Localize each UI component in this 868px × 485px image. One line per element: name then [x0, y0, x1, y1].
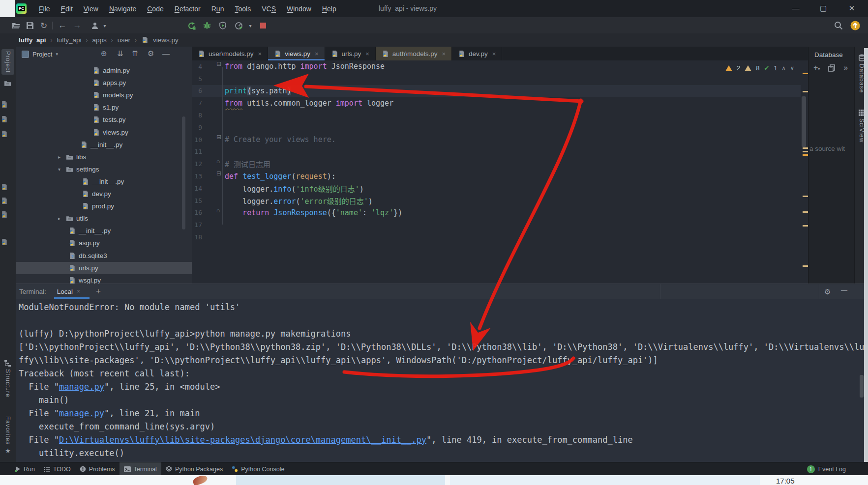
add-data-source-icon[interactable]: +▾: [813, 63, 820, 72]
open-folder-icon[interactable]: [11, 20, 22, 31]
tree-item-dev-py[interactable]: dev.py: [16, 188, 111, 200]
tree-item-tests-py[interactable]: tests.py: [16, 114, 126, 126]
menu-tools[interactable]: Tools: [230, 3, 255, 15]
tree-item-utils[interactable]: ▸utils: [16, 212, 88, 225]
sync-icon[interactable]: ↻: [38, 20, 49, 31]
menu-navigate[interactable]: Navigate: [105, 3, 141, 15]
tree-item--init-py[interactable]: __init__.py: [16, 175, 124, 188]
profiler-icon[interactable]: [233, 20, 244, 31]
window-maximize-button[interactable]: ▢: [812, 0, 834, 16]
tab-close-icon[interactable]: ×: [258, 50, 262, 57]
menu-refactor[interactable]: Refactor: [170, 3, 205, 15]
menu-file[interactable]: File: [34, 3, 55, 15]
forward-icon[interactable]: →: [72, 20, 83, 31]
terminal-tab-close-icon[interactable]: ×: [77, 288, 80, 295]
file-link[interactable]: manage.py: [59, 382, 104, 392]
expand-arrow-icon[interactable]: ▸: [58, 154, 63, 160]
tree-item-apps-py[interactable]: apps.py: [16, 77, 126, 89]
collapse-arrow-icon[interactable]: ▾: [58, 167, 63, 172]
more-actions-icon[interactable]: »: [843, 63, 848, 72]
locate-file-icon[interactable]: ⊕: [101, 49, 107, 58]
tree-item-views-py[interactable]: views.py: [16, 126, 128, 139]
user-icon[interactable]: [90, 20, 100, 31]
code-editor[interactable]: 4⊟from django.http import JsonResponse56…: [192, 60, 808, 284]
tab-close-icon[interactable]: ×: [492, 50, 496, 57]
run-with-coverage-icon[interactable]: [217, 20, 228, 31]
tool-button-favorites[interactable]: Favorites ★: [1, 416, 14, 455]
debug-icon[interactable]: [202, 20, 212, 31]
editor-tab-user-models-py[interactable]: user\models.py×: [192, 47, 268, 60]
hide-panel-icon[interactable]: —: [162, 49, 170, 57]
project-tree-scrollbar[interactable]: [182, 116, 185, 229]
tree-item-asgi-py[interactable]: asgi.py: [16, 237, 100, 249]
terminal-hide-icon[interactable]: —: [841, 286, 847, 294]
expand-arrow-icon[interactable]: ▸: [58, 216, 63, 221]
tree-item--init-py[interactable]: __init__.py: [16, 139, 122, 151]
breadcrumb-item[interactable]: user: [118, 36, 130, 44]
inspection-widget[interactable]: 2 8 ✔ 1 ∧ ∨: [725, 64, 794, 72]
fold-marker-icon[interactable]: ⊟: [216, 170, 221, 177]
statusbar-item-run[interactable]: Run: [10, 462, 39, 476]
back-icon[interactable]: ←: [57, 20, 68, 31]
terminal-scrollbar[interactable]: [860, 375, 864, 398]
expand-all-icon[interactable]: ⇊: [117, 49, 123, 58]
event-log-button[interactable]: 1 Event Log: [807, 462, 846, 476]
menu-code[interactable]: Code: [143, 3, 168, 15]
tab-close-icon[interactable]: ×: [365, 50, 369, 57]
tree-item--init-py[interactable]: __init__.py: [16, 225, 111, 237]
tab-close-icon[interactable]: ×: [315, 50, 319, 57]
breadcrumb-item[interactable]: luffy_api: [57, 36, 82, 44]
terminal-tab-local[interactable]: Local ×: [57, 284, 82, 299]
tool-button-structure[interactable]: Structure: [1, 360, 14, 398]
next-problem-chevron-icon[interactable]: ∨: [790, 65, 794, 71]
menu-view[interactable]: View: [79, 3, 103, 15]
panel-settings-gear-icon[interactable]: ⚙: [148, 49, 154, 58]
menu-run[interactable]: Run: [207, 3, 229, 15]
editor-tab-auth-models-py[interactable]: auth\models.py×: [376, 47, 452, 60]
window-minimize-button[interactable]: —: [785, 0, 807, 16]
menu-edit[interactable]: Edit: [57, 3, 77, 15]
collapse-all-icon[interactable]: ⇈: [132, 49, 138, 58]
terminal-settings-gear-icon[interactable]: ⚙: [824, 287, 831, 296]
editor-tab-dev-py[interactable]: dev.py×: [452, 47, 502, 60]
fold-marker-icon[interactable]: ⌂: [216, 207, 220, 214]
menu-window[interactable]: Window: [282, 3, 316, 15]
fold-marker-icon[interactable]: ⌂: [216, 158, 220, 165]
tree-item-models-py[interactable]: models.py: [16, 89, 133, 101]
menu-help[interactable]: Help: [318, 3, 341, 15]
statusbar-item-python-packages[interactable]: Python Packages: [161, 462, 227, 476]
editor-scrollbar[interactable]: [802, 96, 806, 147]
prev-problem-chevron-icon[interactable]: ∧: [782, 65, 786, 71]
user-chevron-icon[interactable]: ▾: [99, 20, 110, 31]
window-close-button[interactable]: ✕: [841, 0, 863, 16]
tree-item-s1-py[interactable]: s1.py: [16, 101, 119, 114]
terminal-panel[interactable]: Terminal: Local × + ⚙ — ModuleNotFoundEr…: [16, 284, 864, 462]
run-more-chevron-icon[interactable]: ▾: [245, 20, 256, 31]
update-notification-icon[interactable]: [850, 20, 861, 31]
search-everywhere-icon[interactable]: [833, 20, 844, 31]
new-terminal-session-icon[interactable]: +: [96, 286, 101, 296]
menu-vcs[interactable]: VCS: [257, 3, 280, 15]
editor-tab-urls-py[interactable]: urls.py×: [325, 47, 376, 60]
tab-close-icon[interactable]: ×: [442, 50, 446, 57]
tree-item-db-sqlite3[interactable]: ?db.sqlite3: [16, 250, 107, 262]
statusbar-item-todo[interactable]: TODO: [39, 462, 75, 476]
tree-item-settings[interactable]: ▾settings: [16, 163, 99, 175]
fold-marker-icon[interactable]: ⊟: [216, 60, 221, 67]
breadcrumb-item[interactable]: luffy_api: [19, 36, 46, 44]
tree-item-urls-py[interactable]: urls.py: [16, 262, 192, 274]
statusbar-item-terminal[interactable]: Terminal: [120, 462, 161, 476]
tree-item-admin-py[interactable]: admin.py: [16, 64, 130, 77]
statusbar-item-python-console[interactable]: Python Console: [227, 462, 289, 476]
fold-marker-icon[interactable]: ⊟: [216, 134, 221, 141]
stop-icon[interactable]: [258, 20, 269, 31]
tool-button-project[interactable]: Project: [1, 49, 14, 75]
file-link[interactable]: manage.py: [59, 408, 104, 418]
editor-tab-views-py[interactable]: views.py×: [268, 47, 325, 60]
run-icon[interactable]: [186, 20, 197, 31]
breadcrumb-item[interactable]: apps: [92, 36, 107, 44]
copy-icon[interactable]: [828, 64, 835, 72]
breadcrumb-item[interactable]: views.py: [153, 36, 179, 44]
save-icon[interactable]: [25, 20, 35, 31]
tree-item-prod-py[interactable]: prod.py: [16, 200, 114, 212]
